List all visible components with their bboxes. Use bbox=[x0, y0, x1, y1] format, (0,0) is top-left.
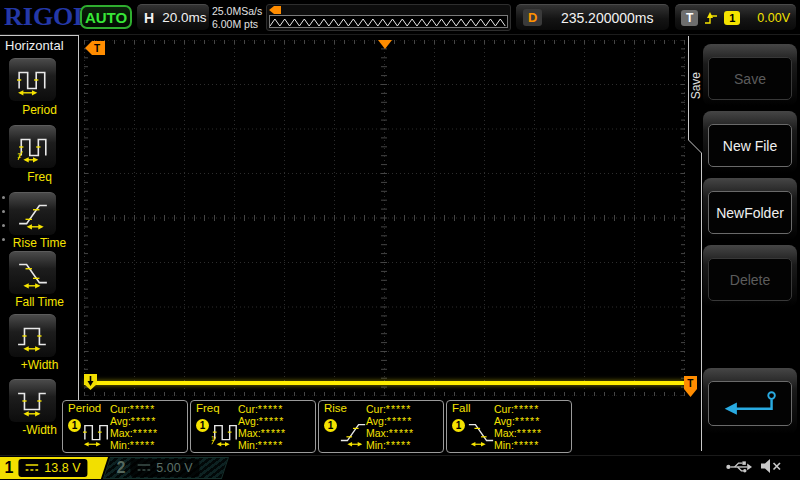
channel2-status[interactable]: 2 5.00 V bbox=[103, 457, 229, 479]
delay-value: 235.200000ms bbox=[552, 10, 662, 26]
channel1-offset-marker[interactable] bbox=[84, 374, 97, 391]
system-status-icons bbox=[726, 458, 784, 474]
measurement-panel-period[interactable]: Period 1 Cur:***** Avg:***** Max:***** M… bbox=[62, 400, 188, 453]
channel1-status[interactable]: 1 13.8 V bbox=[0, 457, 108, 479]
stat-label: Cur: bbox=[110, 403, 130, 415]
speaker-muted-icon[interactable] bbox=[760, 458, 784, 474]
rise-time-icon bbox=[339, 418, 367, 450]
channel2-scale: 5.00 V bbox=[156, 461, 192, 475]
stat-value: ***** bbox=[259, 415, 284, 427]
fall-time-icon bbox=[467, 418, 495, 450]
softkey-save-group: Save bbox=[703, 44, 797, 106]
trigger-status-box[interactable]: T 1 0.00V bbox=[675, 4, 796, 30]
softkey-back-group bbox=[703, 368, 797, 434]
measure-label-freq: Freq bbox=[0, 170, 79, 184]
stat-label: Max: bbox=[238, 427, 261, 439]
measure-item-fall-time[interactable] bbox=[9, 251, 56, 294]
measure-label-fall-time: Fall Time bbox=[0, 295, 79, 309]
trigger-position-marker[interactable] bbox=[378, 40, 392, 49]
stat-label: Cur: bbox=[494, 403, 514, 415]
panel-title: Period bbox=[68, 402, 101, 414]
softkey-new-file-group: New File bbox=[703, 111, 797, 173]
measurement-panel-freq[interactable]: Freq 1 1 Cur:***** Avg:***** Max:***** M… bbox=[190, 400, 316, 453]
stat-value: ***** bbox=[515, 415, 540, 427]
trigger-level-value: 0.00V bbox=[746, 11, 790, 25]
measure-item-pwidth[interactable] bbox=[9, 314, 56, 357]
measurement-panel-fall[interactable]: Fall 1 Cur:***** Avg:***** Max:***** Min… bbox=[446, 400, 572, 453]
channel1-number: 1 bbox=[4, 459, 13, 477]
softkey-new-folder-group: NewFolder bbox=[703, 178, 797, 240]
left-menu-top-border bbox=[0, 35, 79, 36]
oscilloscope-screen: RIGOL AUTO H 20.0ms 25.0MSa/s 6.00M pts … bbox=[0, 0, 800, 480]
back-button[interactable] bbox=[708, 381, 792, 426]
sample-rate: 25.0MSa/s bbox=[212, 5, 262, 18]
stat-label: Avg: bbox=[494, 415, 515, 427]
panel-title: Freq bbox=[196, 402, 220, 414]
stat-label: Max: bbox=[366, 427, 389, 439]
source-badge: 1 bbox=[68, 419, 81, 432]
waveform-overview-strip[interactable] bbox=[266, 4, 511, 31]
measure-item-rise-time[interactable] bbox=[9, 192, 56, 235]
freq-icon: 1 bbox=[17, 131, 49, 163]
source-badge: 1 bbox=[196, 419, 209, 432]
stat-label: Max: bbox=[494, 427, 517, 439]
stat-value: ***** bbox=[517, 427, 542, 439]
minus-width-icon bbox=[17, 385, 49, 417]
left-menu-title: Horizontal bbox=[5, 38, 64, 53]
stat-label: Min: bbox=[110, 439, 130, 451]
measurement-panel-rise[interactable]: Rise 1 Cur:***** Avg:***** Max:***** Min… bbox=[318, 400, 444, 453]
dc-coupling-icon bbox=[25, 463, 38, 473]
freq-icon: 1 bbox=[211, 418, 239, 450]
trigger-offscreen-left-icon bbox=[269, 6, 281, 14]
new-folder-button[interactable]: NewFolder bbox=[708, 191, 792, 234]
usb-icon bbox=[726, 459, 752, 474]
overview-waveform bbox=[269, 15, 508, 28]
period-icon bbox=[83, 418, 111, 450]
return-arrow-icon bbox=[719, 389, 781, 419]
fall-time-icon bbox=[17, 257, 49, 289]
source-badge: 1 bbox=[452, 419, 465, 432]
timebase-label: H bbox=[144, 10, 154, 26]
memory-depth: 6.00M pts bbox=[212, 18, 262, 31]
menu-scroll-indicator bbox=[2, 196, 5, 241]
run-status-badge[interactable]: AUTO bbox=[80, 5, 132, 29]
stat-value: ***** bbox=[389, 427, 414, 439]
topbar-divider bbox=[0, 34, 800, 35]
measure-item-nwidth[interactable] bbox=[9, 379, 56, 422]
trigger-position-offscreen-icon[interactable]: T bbox=[85, 41, 105, 55]
trigger-source-badge: 1 bbox=[724, 11, 740, 25]
timebase-value: 20.0ms bbox=[162, 10, 206, 25]
stat-value: ***** bbox=[130, 403, 155, 415]
plus-width-icon bbox=[17, 320, 49, 352]
measure-item-freq[interactable]: 1 bbox=[9, 125, 56, 168]
dc-coupling-icon bbox=[137, 463, 150, 473]
channel2-number: 2 bbox=[116, 459, 125, 477]
rigol-logo: RIGOL bbox=[4, 2, 91, 32]
horizontal-timebase-box[interactable]: H 20.0ms bbox=[137, 4, 209, 30]
acquisition-info: 25.0MSa/s 6.00M pts bbox=[212, 5, 262, 30]
stat-value: ***** bbox=[258, 439, 283, 451]
stat-value: ***** bbox=[131, 415, 156, 427]
right-menu-tab-save: Save bbox=[689, 72, 703, 99]
stat-value: ***** bbox=[133, 427, 158, 439]
stat-value: ***** bbox=[258, 403, 283, 415]
measure-label-rise-time: Rise Time bbox=[0, 236, 79, 250]
new-file-button[interactable]: New File bbox=[708, 124, 792, 167]
channel1-waveform bbox=[84, 381, 685, 385]
panel-title: Rise bbox=[324, 402, 347, 414]
trigger-label: T bbox=[681, 10, 698, 26]
bottom-bar-divider bbox=[0, 455, 800, 456]
stat-label: Min: bbox=[366, 439, 386, 451]
stat-value: ***** bbox=[387, 415, 412, 427]
measure-item-period[interactable] bbox=[9, 58, 56, 101]
stat-value: ***** bbox=[261, 427, 286, 439]
stat-label: Max: bbox=[110, 427, 133, 439]
stat-value: ***** bbox=[386, 439, 411, 451]
measure-label-pwidth: +Width bbox=[0, 358, 79, 372]
stat-value: ***** bbox=[514, 403, 539, 415]
delete-button[interactable]: Delete bbox=[708, 258, 792, 301]
save-button[interactable]: Save bbox=[708, 57, 792, 100]
stat-value: ***** bbox=[386, 403, 411, 415]
trigger-delay-box[interactable]: D 235.200000ms bbox=[516, 4, 669, 30]
graticule bbox=[84, 40, 685, 396]
